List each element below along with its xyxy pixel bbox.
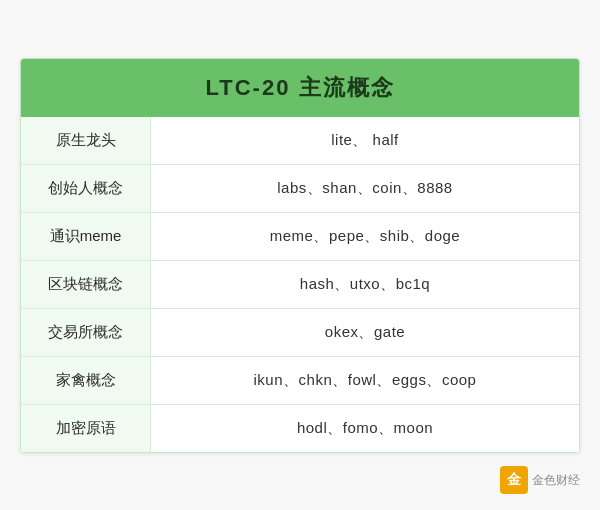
table-row: 家禽概念ikun、chkn、fowl、eggs、coop (21, 357, 579, 405)
row-value-3: hash、utxo、bc1q (151, 261, 579, 308)
row-value-2: meme、pepe、shib、doge (151, 213, 579, 260)
table-row: 加密原语hodl、fomo、moon (21, 405, 579, 452)
card-header: LTC-20 主流概念 (21, 59, 579, 117)
row-value-6: hodl、fomo、moon (151, 405, 579, 452)
table-row: 创始人概念labs、shan、coin、8888 (21, 165, 579, 213)
table-row: 原生龙头lite、 half (21, 117, 579, 165)
row-value-1: labs、shan、coin、8888 (151, 165, 579, 212)
card-title: LTC-20 主流概念 (205, 75, 394, 100)
row-label-3: 区块链概念 (21, 261, 151, 308)
row-label-1: 创始人概念 (21, 165, 151, 212)
row-label-0: 原生龙头 (21, 117, 151, 164)
main-card: LTC-20 主流概念 原生龙头lite、 half创始人概念labs、shan… (20, 58, 580, 453)
page-wrapper: LTC-20 主流概念 原生龙头lite、 half创始人概念labs、shan… (0, 0, 600, 510)
watermark-text: 金色财经 (532, 472, 580, 489)
row-label-4: 交易所概念 (21, 309, 151, 356)
card-body: 原生龙头lite、 half创始人概念labs、shan、coin、8888通识… (21, 117, 579, 452)
row-value-5: ikun、chkn、fowl、eggs、coop (151, 357, 579, 404)
row-label-5: 家禽概念 (21, 357, 151, 404)
row-label-6: 加密原语 (21, 405, 151, 452)
table-row: 交易所概念okex、gate (21, 309, 579, 357)
watermark-icon-text: 金 (507, 471, 521, 489)
row-value-4: okex、gate (151, 309, 579, 356)
watermark: 金 金色财经 (500, 466, 580, 494)
row-label-2: 通识meme (21, 213, 151, 260)
table-row: 区块链概念hash、utxo、bc1q (21, 261, 579, 309)
row-value-0: lite、 half (151, 117, 579, 164)
watermark-icon: 金 (500, 466, 528, 494)
table-row: 通识memememe、pepe、shib、doge (21, 213, 579, 261)
